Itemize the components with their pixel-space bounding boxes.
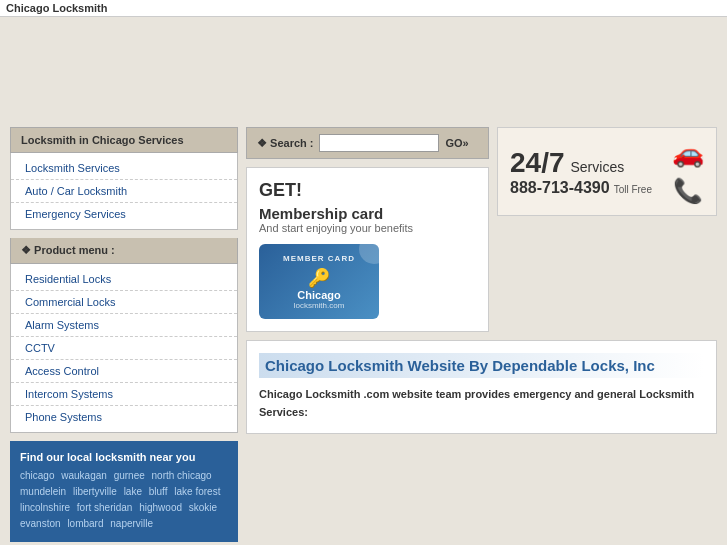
membership-card-box: GET! Membership card And start enjoying … — [246, 167, 489, 332]
phone-icon: 📞 — [673, 177, 703, 205]
city-libertyville[interactable]: libertyville — [73, 486, 117, 497]
big-number: 24/7 — [510, 147, 565, 179]
search-bar: ❖ Search : GO» — [246, 127, 489, 159]
search-input[interactable] — [319, 134, 439, 152]
sidebar-header: Locksmith in Chicago Services — [10, 127, 238, 153]
toll-free-label: Toll Free — [614, 184, 652, 195]
city-mundelein[interactable]: mundelein — [20, 486, 66, 497]
city-skokie[interactable]: skokie — [189, 502, 217, 513]
city-lombard[interactable]: lombard — [67, 518, 103, 529]
local-locksmith-box: Find our local locksmith near you chicag… — [10, 441, 238, 542]
go-button[interactable]: GO» — [445, 137, 468, 149]
membership-card-visual: MEMBER CARD 🔑 Chicago locksmith.com — [259, 244, 379, 319]
phone-number: 888-713-4390 — [510, 179, 610, 197]
service-24-7-box: 24/7 Services 888-713-4390 Toll Free 🚗 📞 — [497, 127, 717, 216]
car-icon: 🚗 — [672, 138, 704, 169]
page-title: Chicago Locksmith — [6, 2, 107, 14]
membership-subtitle: And start enjoying your benefits — [259, 222, 476, 234]
nav-item-emergency-services[interactable]: Emergency Services — [11, 203, 237, 225]
phone-row: 888-713-4390 Toll Free — [510, 179, 652, 197]
product-item-residential-locks[interactable]: Residential Locks — [11, 268, 237, 291]
card-logo: Chicago — [297, 289, 340, 301]
product-item-intercom-systems[interactable]: Intercom Systems — [11, 383, 237, 406]
product-item-alarm-systems[interactable]: Alarm Systems — [11, 314, 237, 337]
title-bar: Chicago Locksmith — [0, 0, 727, 17]
nav-item-locksmith-services[interactable]: Locksmith Services — [11, 157, 237, 180]
city-gurnee[interactable]: gurnee — [114, 470, 145, 481]
product-menu-header: ❖ Product menu : — [10, 238, 238, 264]
city-waukagan[interactable]: waukagan — [61, 470, 107, 481]
local-locksmith-cities: chicago waukagan gurnee north chicago mu… — [20, 468, 228, 532]
middle-content: ❖ Search : GO» GET! Membership card And … — [246, 127, 489, 332]
content-area: Locksmith in Chicago Services Locksmith … — [10, 127, 717, 542]
city-chicago[interactable]: chicago — [20, 470, 54, 481]
city-highwood[interactable]: highwood — [139, 502, 182, 513]
nav-item-auto-locksmith[interactable]: Auto / Car Locksmith — [11, 180, 237, 203]
service-left: 24/7 Services 888-713-4390 Toll Free — [510, 147, 652, 197]
card-label: MEMBER CARD — [283, 254, 355, 263]
local-locksmith-title: Find our local locksmith near you — [20, 451, 228, 463]
main-text-box: Chicago Locksmith Website By Dependable … — [246, 340, 717, 434]
service-right: 🚗 📞 — [672, 138, 704, 205]
sidebar: Locksmith in Chicago Services Locksmith … — [10, 127, 238, 542]
city-fort-sheridan[interactable]: fort sheridan — [77, 502, 133, 513]
city-bluff[interactable]: bluff — [149, 486, 168, 497]
product-nav: Residential Locks Commercial Locks Alarm… — [10, 264, 238, 433]
city-naperville[interactable]: naperville — [110, 518, 153, 529]
city-lincolnshire[interactable]: lincolnshire — [20, 502, 70, 513]
right-service-box: 24/7 Services 888-713-4390 Toll Free 🚗 📞 — [497, 127, 717, 216]
main-content-title: Chicago Locksmith Website By Dependable … — [259, 353, 704, 378]
main-content-body: Chicago Locksmith .com website team prov… — [259, 386, 704, 421]
product-item-cctv[interactable]: CCTV — [11, 337, 237, 360]
city-lake[interactable]: lake — [124, 486, 142, 497]
get-title: GET! — [259, 180, 476, 201]
card-url: locksmith.com — [294, 301, 345, 310]
product-item-phone-systems[interactable]: Phone Systems — [11, 406, 237, 428]
product-item-access-control[interactable]: Access Control — [11, 360, 237, 383]
product-item-commercial-locks[interactable]: Commercial Locks — [11, 291, 237, 314]
city-lake-forest[interactable]: lake forest — [174, 486, 220, 497]
top-header — [10, 27, 717, 127]
key-icon: 🔑 — [308, 267, 330, 289]
nav-section: Locksmith Services Auto / Car Locksmith … — [10, 153, 238, 230]
city-north-chicago[interactable]: north chicago — [152, 470, 212, 481]
service-hours: 24/7 Services — [510, 147, 652, 179]
search-label: ❖ Search : — [257, 137, 313, 150]
membership-title: Membership card — [259, 205, 476, 222]
city-evanston[interactable]: evanston — [20, 518, 61, 529]
services-label: Services — [571, 159, 625, 175]
